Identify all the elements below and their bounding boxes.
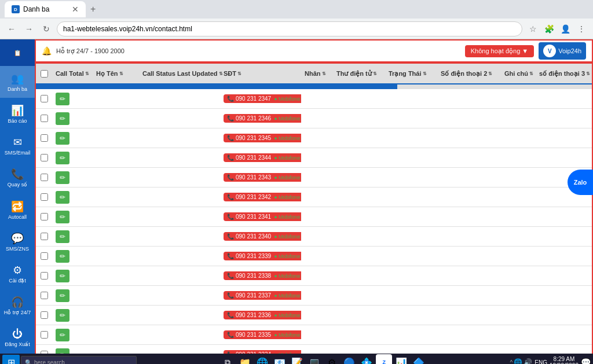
row-checkbox-cell xyxy=(36,252,52,260)
edit-button[interactable]: ✏ xyxy=(56,289,69,302)
row-sdt: 📞 090 231 2340 ● Mobifone xyxy=(220,232,301,241)
edit-button[interactable]: ✏ xyxy=(56,112,69,125)
call-button[interactable]: 📞 090 231 2336 ● Mobifone xyxy=(224,311,301,319)
row-checkbox[interactable] xyxy=(41,272,48,280)
call-button[interactable]: 📞 090 231 2346 ● Mobifone xyxy=(224,114,301,123)
row-checkbox[interactable] xyxy=(41,134,48,142)
th-ghi-chu[interactable]: Ghi chú ⇅ xyxy=(501,70,536,77)
taskbar-app-edge[interactable]: 🔷 xyxy=(411,354,427,364)
th-sdt[interactable]: SĐT ⇅ xyxy=(220,70,301,77)
bookmark-icon[interactable]: ☆ xyxy=(526,22,540,36)
row-call-total: ✏ xyxy=(52,270,93,282)
row-checkbox[interactable] xyxy=(41,115,48,122)
row-checkbox[interactable] xyxy=(41,252,48,260)
call-button[interactable]: 📞 090 231 2344 ● Mobifone xyxy=(224,153,301,162)
status-button[interactable]: Không hoạt động ▼ xyxy=(465,45,535,57)
call-button[interactable]: 📞 090 231 2337 ● Mobifone xyxy=(224,291,301,300)
phone-number: 090 231 2347 xyxy=(236,95,271,102)
th-trang-thai[interactable]: Trạng Thái ⇅ xyxy=(385,70,437,78)
th-call-total[interactable]: Call Total ⇅ xyxy=(52,70,93,77)
edit-button[interactable]: ✏ xyxy=(56,132,69,145)
row-checkbox[interactable] xyxy=(41,311,48,319)
taskbar-app-zalo[interactable]: Z xyxy=(376,354,392,364)
edit-button[interactable]: ✏ xyxy=(56,250,69,263)
th-so-dt-2[interactable]: Số điện thoại 2 ⇅ xyxy=(437,70,501,78)
taskbar-app-chrome[interactable]: 🔵 xyxy=(341,354,357,364)
taskbar-app-powerpoint[interactable]: 📊 xyxy=(393,354,409,364)
sidebar-item-dang-xuat[interactable]: ⏻ Đăng Xuất xyxy=(0,322,35,354)
th-thu-dien-tu[interactable]: Thư điện tử ⇅ xyxy=(333,70,385,78)
row-checkbox[interactable] xyxy=(41,331,48,339)
sidebar-item-bao-cao[interactable]: 📊 Báo cáo xyxy=(0,98,35,130)
sidebar-item-sms-zns[interactable]: 💬 SMS/ZNS xyxy=(0,226,35,258)
reload-button[interactable]: ↻ xyxy=(39,22,53,36)
extension-icon[interactable]: 🧩 xyxy=(542,22,556,36)
edit-button[interactable]: ✏ xyxy=(56,191,69,204)
edit-button[interactable]: ✏ xyxy=(56,270,69,282)
row-checkbox[interactable] xyxy=(41,95,48,102)
tab-close-button[interactable]: ✕ xyxy=(72,5,79,14)
taskbar-app-files[interactable]: 📁 xyxy=(237,354,253,364)
taskbar-app-taskview[interactable]: ⧉ xyxy=(219,354,236,364)
select-all-checkbox[interactable] xyxy=(41,70,48,78)
call-button[interactable]: 📞 090 231 2345 ● Mobifone xyxy=(224,134,301,142)
call-button[interactable]: 📞 090 231 2338 ● Mobifone xyxy=(224,271,301,280)
call-button[interactable]: 📞 090 231 2347 ● Mobifone xyxy=(224,94,301,103)
call-button[interactable]: 📞 090 231 2342 ● Mobifone xyxy=(224,193,301,201)
zalo-float-button[interactable]: Zalo xyxy=(568,170,593,195)
address-bar[interactable] xyxy=(57,21,522,36)
taskbar-app-vscode[interactable]: 💻 xyxy=(306,354,323,364)
edit-button[interactable]: ✏ xyxy=(56,329,69,341)
forward-button[interactable]: → xyxy=(22,22,36,36)
start-button[interactable]: ⊞ xyxy=(2,355,20,364)
taskbar-search[interactable]: 🔍 here search xyxy=(21,356,137,364)
edit-button[interactable]: ✏ xyxy=(56,348,69,354)
sidebar-item-ho-tro[interactable]: 🎧 Hỗ trợ 24/7 xyxy=(0,290,35,322)
th-nhan[interactable]: Nhân ⇅ xyxy=(301,70,333,77)
menu-icon[interactable]: ⋮ xyxy=(574,22,588,36)
call-button[interactable]: 📞 090 231 2339 ● Mobifone xyxy=(224,252,301,260)
row-checkbox[interactable] xyxy=(41,174,48,181)
th-so-dt-3[interactable]: số điện thoại 3 ⇅ xyxy=(536,70,593,78)
dang-xuat-icon: ⏻ xyxy=(12,328,23,340)
edit-button[interactable]: ✏ xyxy=(56,171,69,184)
edit-button[interactable]: ✏ xyxy=(56,211,69,223)
call-button[interactable]: 📞 090 231 2340 ● Mobifone xyxy=(224,232,301,241)
row-checkbox[interactable] xyxy=(41,193,48,201)
call-button[interactable]: 📞 090 231 2343 ● Mobifone xyxy=(224,173,301,182)
edit-button[interactable]: ✏ xyxy=(56,230,69,243)
taskbar-right: ^ 🌐 🔊 ENG 8:29 AM 12/22/2022 💬 xyxy=(510,356,591,364)
sidebar-item-danh-ba[interactable]: 👥 Danh ba xyxy=(0,66,35,98)
taskbar-app-word[interactable]: 📝 xyxy=(289,354,305,364)
sidebar-label-bao-cao: Báo cáo xyxy=(8,118,27,124)
call-button[interactable]: 📞 090 231 2335 ● Mobifone xyxy=(224,330,301,339)
new-tab-button[interactable]: + xyxy=(86,4,100,14)
sidebar-item-autocall[interactable]: 🔁 Autocall xyxy=(0,194,35,226)
taskbar-app-settings[interactable]: ⚙ xyxy=(324,354,340,364)
th-ho-ten[interactable]: Họ Tên ⇅ xyxy=(93,70,139,78)
back-button[interactable]: ← xyxy=(5,22,19,36)
taskbar-app-skype[interactable]: 💠 xyxy=(358,354,375,364)
row-checkbox[interactable] xyxy=(41,213,48,220)
table-rows-container: ✏ 📞 090 231 2347 ● Mobifone 14/12/2022 1… xyxy=(36,89,592,354)
sidebar-item-sms-email[interactable]: ✉ SMS/Email xyxy=(0,130,35,161)
row-checkbox-cell xyxy=(36,213,52,220)
row-checkbox[interactable] xyxy=(41,292,48,299)
row-checkbox[interactable] xyxy=(41,233,48,240)
sidebar-item-cai-dat[interactable]: ⚙ Cài đặt xyxy=(0,258,35,289)
systray-arrow[interactable]: ^ xyxy=(510,359,513,365)
call-button[interactable]: 📞 090 231 2341 ● Mobifone xyxy=(224,212,301,221)
edit-button[interactable]: ✏ xyxy=(56,93,69,105)
edit-button[interactable]: ✏ xyxy=(56,152,69,164)
profile-icon[interactable]: 👤 xyxy=(558,22,572,36)
notification-icon[interactable]: 💬 xyxy=(581,358,591,364)
edit-button[interactable]: ✏ xyxy=(56,309,69,322)
sms-zns-icon: 💬 xyxy=(11,232,24,245)
th-call-status[interactable]: Call Status Last Updated ⇅ xyxy=(139,70,220,77)
taskbar-app-browser[interactable]: 🌐 xyxy=(254,354,270,364)
sidebar-item-quay-so[interactable]: 📞 Quay số xyxy=(0,162,35,194)
row-call-total: ✏ xyxy=(52,112,93,125)
active-tab[interactable]: D Danh ba ✕ xyxy=(5,1,86,17)
row-checkbox[interactable] xyxy=(41,154,48,161)
taskbar-app-mail[interactable]: 📧 xyxy=(272,354,288,364)
